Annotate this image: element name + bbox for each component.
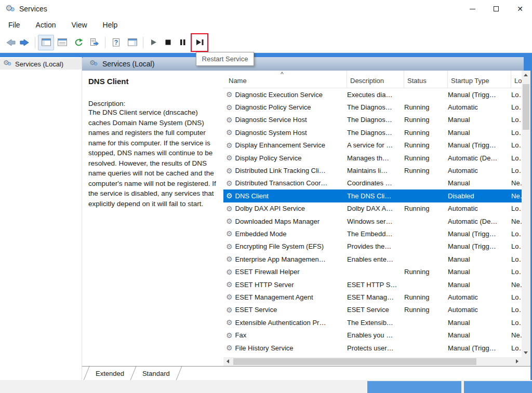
horizontal-scroll-thumb[interactable] xyxy=(233,358,476,365)
vertical-scrollbar[interactable] xyxy=(522,71,530,357)
cell-status: Running xyxy=(404,103,448,111)
table-row[interactable]: ⚙Distributed Link Tracking Cli…Maintains… xyxy=(223,164,522,177)
cell-desc: A service for … xyxy=(347,141,404,149)
scroll-right-icon[interactable] xyxy=(516,359,518,363)
cell-name: ⚙Diagnostic Policy Service xyxy=(223,103,347,112)
results-region: ⚙⚙ Services (Local) DNS Client Descripti… xyxy=(82,57,532,380)
service-name: DNS Client xyxy=(235,192,269,200)
cell-name: ⚙File History Service xyxy=(223,344,347,352)
show-console-tree-button[interactable] xyxy=(38,35,54,50)
menu-action[interactable]: Action xyxy=(34,19,58,31)
table-row[interactable]: ⚙ESET Management AgentESET Manag…Running… xyxy=(223,291,522,303)
help-icon: ? xyxy=(112,38,121,47)
menu-bar: File Action View Help xyxy=(0,18,532,32)
cell-logon: Ne… xyxy=(511,281,522,289)
menu-view[interactable]: View xyxy=(69,19,89,31)
restart-icon xyxy=(195,38,204,46)
start-service-button[interactable] xyxy=(146,35,161,50)
forward-button[interactable] xyxy=(18,35,32,50)
scroll-left-icon[interactable] xyxy=(227,359,229,363)
service-name: Dolby DAX API Service xyxy=(235,205,305,212)
back-button[interactable] xyxy=(3,35,18,50)
status-pane xyxy=(367,381,461,393)
selected-service-name: DNS Client xyxy=(88,77,216,86)
service-gear-icon: ⚙ xyxy=(226,242,233,251)
services-window: ⚙⚙ Services ✕ File Action View Help xyxy=(0,0,532,393)
restart-service-button[interactable] xyxy=(192,35,207,50)
column-header-log-on-as[interactable]: Lo xyxy=(511,71,522,88)
table-row[interactable]: ⚙ESET HTTP ServerESET HTTP S…ManualNe… xyxy=(223,278,522,291)
cell-startup: Manual (Trigg… xyxy=(448,141,511,149)
maximize-button[interactable] xyxy=(484,0,508,18)
tab-standard[interactable]: Standard xyxy=(134,367,179,380)
column-header-status[interactable]: Status xyxy=(404,71,448,88)
table-row[interactable]: ⚙Extensible Authentication Pr…The Extens… xyxy=(223,316,522,329)
table-row[interactable]: ⚙File History ServiceProtects user…Manua… xyxy=(223,342,522,354)
cell-logon: Lo… xyxy=(511,205,522,212)
scroll-up-icon[interactable] xyxy=(524,74,528,76)
cell-logon: Lo… xyxy=(511,319,522,327)
cell-logon: Ne… xyxy=(511,218,522,225)
close-button[interactable]: ✕ xyxy=(508,0,532,18)
table-row[interactable]: ⚙Encrypting File System (EFS)Provides th… xyxy=(223,240,522,253)
service-gear-icon: ⚙ xyxy=(226,205,233,213)
horizontal-scrollbar[interactable] xyxy=(223,357,522,366)
column-header-startup-type[interactable]: Startup Type xyxy=(448,71,511,88)
table-row[interactable]: ⚙ESET Firewall HelperRunningManualLo… xyxy=(223,265,522,278)
window-title: Services xyxy=(19,5,47,13)
pause-service-button[interactable] xyxy=(175,35,190,50)
service-gear-icon: ⚙ xyxy=(226,103,233,112)
table-row[interactable]: ⚙Diagnostic Execution ServiceExecutes di… xyxy=(223,88,522,101)
table-row[interactable]: ⚙Downloaded Maps ManagerWindows ser…Auto… xyxy=(223,215,522,227)
cell-startup: Automatic xyxy=(448,103,511,111)
tab-extended[interactable]: Extended xyxy=(87,367,133,380)
pause-icon xyxy=(179,38,187,46)
table-row[interactable]: ⚙Diagnostic Service HostThe Diagnos…Runn… xyxy=(223,114,522,126)
cell-name: ⚙Diagnostic System Host xyxy=(223,128,347,137)
table-row[interactable]: ⚙Dolby DAX API ServiceDolby DAX A…Runnin… xyxy=(223,202,522,215)
table-row[interactable]: ⚙Embedded ModeThe Embedd…Manual (Trigg…L… xyxy=(223,227,522,240)
cell-desc: The DNS Cli… xyxy=(347,192,404,200)
cell-startup: Automatic xyxy=(448,293,511,301)
table-row[interactable]: ⚙Diagnostic Policy ServiceThe Diagnos…Ru… xyxy=(223,101,522,113)
table-row[interactable]: ⚙Distributed Transaction Coor…Coordinate… xyxy=(223,177,522,189)
column-header-description[interactable]: Description xyxy=(347,71,404,88)
service-name: Encrypting File System (EFS) xyxy=(235,242,324,250)
help-button[interactable]: ? xyxy=(108,35,124,50)
service-name: ESET Management Agent xyxy=(235,293,313,301)
table-row[interactable]: ⚙FaxEnables you …ManualNe… xyxy=(223,329,522,341)
cell-startup: Manual (Trigg… xyxy=(448,230,511,238)
service-gear-icon: ⚙ xyxy=(226,293,233,301)
table-row[interactable]: ⚙Display Enhancement ServiceA service fo… xyxy=(223,139,522,152)
frame-top-strip xyxy=(0,53,532,57)
menu-file[interactable]: File xyxy=(6,19,22,31)
vertical-scroll-thumb[interactable] xyxy=(523,84,529,130)
show-action-pane-button[interactable] xyxy=(124,35,140,50)
cell-logon: Lo… xyxy=(511,268,522,276)
cell-desc: The Embedd… xyxy=(347,230,404,238)
table-row[interactable]: ⚙ESET ServiceESET ServiceRunningAutomati… xyxy=(223,304,522,316)
cell-logon: Lo… xyxy=(511,255,522,263)
minimize-icon xyxy=(470,9,475,9)
table-row[interactable]: ⚙DNS ClientThe DNS Cli…DisabledNe… xyxy=(223,189,522,202)
service-gear-icon: ⚙ xyxy=(226,154,233,162)
properties-button[interactable] xyxy=(54,35,70,50)
export-list-button[interactable] xyxy=(86,35,102,50)
toolbar-separator xyxy=(35,37,35,48)
table-row[interactable]: ⚙Display Policy ServiceManages th…Runnin… xyxy=(223,152,522,164)
stop-service-button[interactable] xyxy=(161,35,175,50)
column-header-name[interactable]: Name xyxy=(223,71,347,88)
tree-item-services-local[interactable]: ⚙⚙ Services (Local) xyxy=(0,58,82,70)
services-list: ^ Name Description Status Startup Type L… xyxy=(223,71,530,366)
scroll-down-icon[interactable] xyxy=(524,351,528,354)
minimize-button[interactable] xyxy=(460,0,484,18)
cell-logon: Ne… xyxy=(511,192,522,200)
service-name: ESET Firewall Helper xyxy=(235,268,300,276)
table-row[interactable]: ⚙Diagnostic System HostThe Diagnos…Runni… xyxy=(223,126,522,139)
menu-help[interactable]: Help xyxy=(101,19,120,31)
cell-desc: Executes dia… xyxy=(347,91,404,99)
table-row[interactable]: ⚙Enterprise App Managemen…Enables ente…M… xyxy=(223,253,522,265)
refresh-button[interactable] xyxy=(70,35,86,50)
cell-status: Running xyxy=(404,141,448,149)
stop-icon xyxy=(164,38,172,46)
